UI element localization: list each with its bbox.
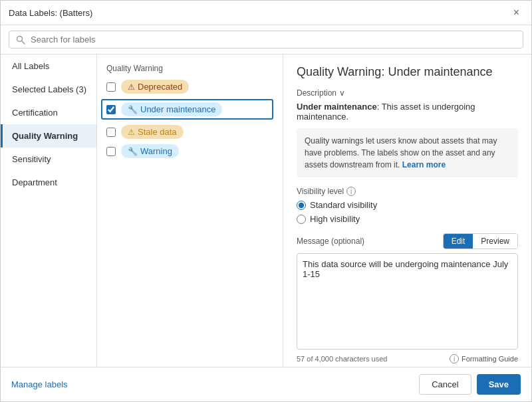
dialog-titlebar: Data Labels: (Batters) × [1,1,531,25]
right-panel-title: Quality Warning: Under maintenance [297,65,518,79]
sidebar-item-certification[interactable]: Certification [1,101,96,124]
search-input[interactable] [31,35,516,45]
description-text: Under maintenance: This asset is undergo… [297,102,518,122]
info-box: Quality warnings let users know about as… [297,128,518,177]
dialog-container: Data Labels: (Batters) × All Labels Sele… [0,0,532,402]
message-label: Message (optional) [297,237,364,246]
warning-icon: ⚠ [128,82,135,92]
sidebar-item-quality-warning[interactable]: Quality Warning [1,124,96,148]
message-section: Message (optional) Edit Preview This dat… [297,233,518,363]
char-count: 57 of 4,000 characters used [297,355,387,363]
deprecated-checkbox[interactable] [106,82,116,92]
visibility-radio-group: Standard visibility High visibility [297,200,518,224]
deprecated-chip[interactable]: ⚠ Deprecated [121,80,189,94]
standard-visibility-option[interactable]: Standard visibility [297,200,518,210]
dialog-body: All Labels Selected Labels (3) Certifica… [1,54,531,367]
visibility-section: Visibility level i Standard visibility H… [297,187,518,224]
middle-panel-title: Quality Warning [106,64,273,73]
standard-visibility-radio[interactable] [297,201,306,210]
message-footer: 57 of 4,000 characters used i Formatting… [297,354,518,363]
message-tab-group: Edit Preview [443,233,518,249]
footer-buttons: Cancel Save [419,374,521,395]
middle-panel: Quality Warning ⚠ Deprecated 🔧 Under mai… [97,54,283,367]
list-item: 🔧 Under maintenance [101,99,273,120]
manage-labels-button[interactable]: Manage labels [11,379,68,389]
sidebar-item-department[interactable]: Department [1,171,96,194]
message-header: Message (optional) Edit Preview [297,233,518,249]
high-visibility-option[interactable]: High visibility [297,214,518,224]
sidebar-item-sensitivity[interactable]: Sensitivity [1,148,96,171]
tab-edit[interactable]: Edit [444,234,473,249]
high-visibility-radio[interactable] [297,215,306,224]
dialog-footer: Manage labels Cancel Save [1,367,531,401]
maintenance-icon: 🔧 [128,105,138,114]
warning-chip[interactable]: 🔧 Warning [121,144,179,158]
right-panel: Quality Warning: Under maintenance Descr… [283,54,531,367]
message-textarea[interactable]: This data source will be undergoing main… [297,253,518,350]
formatting-guide-link[interactable]: i Formatting Guide [450,354,518,363]
list-item: ⚠ Stale data [106,125,273,139]
label-list: ⚠ Deprecated 🔧 Under maintenance [106,80,273,158]
warning-checkbox[interactable] [106,147,116,156]
under-maintenance-chip[interactable]: 🔧 Under maintenance [121,102,222,116]
cancel-button[interactable]: Cancel [419,374,471,395]
stale-icon: ⚠ [128,128,135,137]
search-icon [16,35,25,45]
stale-data-chip[interactable]: ⚠ Stale data [121,125,184,139]
learn-more-link[interactable]: Learn more [402,160,446,169]
sidebar-item-selected-labels[interactable]: Selected Labels (3) [1,78,96,101]
visibility-label: Visibility level i [297,187,518,196]
warning-chip-icon: 🔧 [128,147,138,156]
sidebar: All Labels Selected Labels (3) Certifica… [1,54,97,367]
tab-preview[interactable]: Preview [473,234,517,249]
search-wrapper [9,31,523,49]
save-button[interactable]: Save [477,374,521,395]
close-button[interactable]: × [509,6,523,19]
visibility-info-icon[interactable]: i [346,187,356,196]
stale-data-checkbox[interactable] [106,128,116,137]
description-toggle[interactable]: Description ∨ [297,88,518,98]
list-item: 🔧 Warning [106,144,273,158]
chevron-down-icon: ∨ [339,88,345,98]
svg-line-1 [22,41,25,44]
sidebar-item-all-labels[interactable]: All Labels [1,54,96,78]
search-bar [1,25,531,54]
formatting-info-icon: i [450,354,459,363]
under-maintenance-checkbox[interactable] [106,105,116,114]
dialog-title: Data Labels: (Batters) [9,8,92,18]
list-item: ⚠ Deprecated [106,80,273,94]
